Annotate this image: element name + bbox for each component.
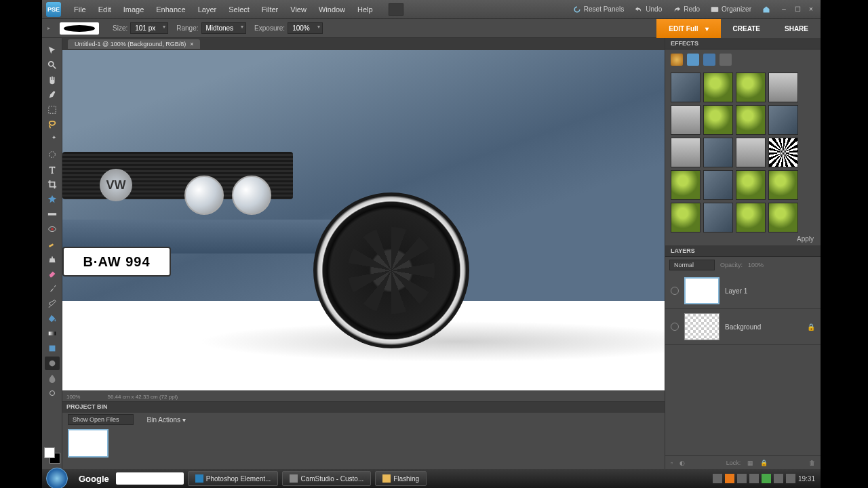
undo-button[interactable]: Undo — [629, 3, 667, 16]
search-input[interactable] — [116, 472, 184, 485]
layer-name[interactable]: Layer 1 — [725, 287, 815, 295]
menu-view[interactable]: View — [284, 3, 313, 16]
close-icon[interactable]: × — [806, 5, 816, 14]
layer-name[interactable]: Background — [725, 323, 802, 331]
taskbar-app[interactable]: CamStudio - Custo... — [282, 471, 371, 486]
effect-thumb[interactable] — [736, 105, 766, 135]
menu-edit[interactable]: Edit — [92, 3, 117, 16]
eraser-tool[interactable] — [45, 267, 60, 281]
menu-help[interactable]: Help — [351, 3, 379, 16]
adjustment-layer-icon[interactable]: ◐ — [679, 460, 685, 466]
smart-brush-tool[interactable] — [45, 297, 60, 310]
range-select[interactable]: Midtones — [201, 22, 247, 34]
lock-all-icon[interactable]: 🔒 — [760, 460, 768, 466]
home-icon[interactable] — [757, 3, 776, 16]
menu-select[interactable]: Select — [222, 3, 256, 16]
effect-thumb[interactable] — [736, 138, 766, 167]
minimize-icon[interactable]: – — [778, 5, 789, 14]
bin-thumbnail[interactable] — [68, 429, 108, 458]
redeye-tool[interactable] — [45, 222, 60, 236]
tray-icon[interactable] — [774, 474, 783, 483]
effect-thumb[interactable] — [768, 170, 798, 200]
cookie-cutter-tool[interactable] — [45, 192, 60, 206]
effect-thumb[interactable] — [736, 73, 766, 102]
reset-panels-button[interactable]: Reset Panels — [568, 3, 629, 16]
lock-transparent-icon[interactable]: ▦ — [747, 460, 753, 466]
tab-close-icon[interactable]: × — [190, 41, 193, 47]
taskbar-app[interactable]: Flashing — [375, 471, 427, 486]
hand-tool[interactable] — [45, 73, 60, 87]
arrange-docs-icon[interactable] — [389, 3, 403, 16]
tray-icon[interactable] — [786, 474, 795, 483]
move-tool[interactable] — [45, 43, 60, 57]
magic-wand-tool[interactable] — [45, 133, 60, 146]
tray-icon[interactable] — [762, 474, 771, 483]
foreground-color[interactable] — [44, 447, 55, 458]
layer-thumbnail[interactable] — [684, 313, 719, 340]
gradient-tool[interactable] — [45, 327, 60, 340]
bin-show-select[interactable]: Show Open Files — [68, 414, 134, 425]
clock[interactable]: 19:31 — [798, 475, 815, 483]
healing-brush-tool[interactable] — [45, 237, 60, 251]
visibility-toggle-icon[interactable] — [671, 287, 679, 295]
effect-thumb[interactable] — [671, 138, 701, 167]
quick-selection-tool[interactable] — [45, 148, 60, 161]
layer-thumbnail[interactable] — [684, 277, 719, 304]
brush-tool[interactable] — [45, 282, 60, 296]
zoom-tool[interactable] — [45, 58, 60, 72]
effect-thumb[interactable] — [736, 203, 766, 232]
menu-filter[interactable]: Filter — [256, 3, 284, 16]
layer-styles-category-icon[interactable] — [687, 54, 699, 66]
apply-button[interactable]: Apply — [665, 232, 821, 245]
tray-icon[interactable] — [725, 474, 734, 483]
marquee-tool[interactable] — [45, 103, 60, 117]
effect-thumb[interactable] — [671, 73, 701, 102]
tray-icon[interactable] — [713, 474, 722, 483]
tray-icon[interactable] — [737, 474, 747, 483]
layer-row[interactable]: Layer 1 — [665, 273, 821, 309]
effect-thumb[interactable] — [768, 203, 798, 232]
menu-layer[interactable]: Layer — [192, 3, 223, 16]
straighten-tool[interactable] — [45, 207, 60, 221]
effect-thumb[interactable] — [703, 170, 733, 200]
visibility-toggle-icon[interactable] — [671, 323, 679, 331]
eyedropper-tool[interactable] — [45, 88, 60, 102]
layer-row[interactable]: Background 🔒 — [665, 309, 821, 345]
menu-enhance[interactable]: Enhance — [150, 3, 191, 16]
maximize-icon[interactable]: ☐ — [792, 5, 803, 14]
blur-tool[interactable] — [45, 371, 60, 385]
share-button[interactable]: SHARE — [772, 19, 821, 38]
type-tool[interactable] — [45, 163, 60, 176]
detail-smart-brush-tool[interactable] — [45, 386, 60, 400]
all-category-icon[interactable] — [719, 54, 732, 66]
effect-thumb[interactable] — [703, 73, 733, 102]
effect-thumb[interactable] — [768, 105, 798, 135]
menu-file[interactable]: File — [68, 3, 92, 16]
effect-thumb[interactable] — [671, 203, 701, 232]
sponge-tool[interactable] — [45, 357, 60, 370]
effect-thumb[interactable] — [768, 73, 798, 102]
blend-mode-select[interactable]: Normal — [669, 260, 715, 270]
document-tab[interactable]: Untitled-1 @ 100% (Background, RGB/8) × — [68, 39, 200, 49]
filters-category-icon[interactable] — [671, 54, 683, 66]
photo-effects-category-icon[interactable] — [703, 54, 715, 66]
start-button[interactable] — [46, 468, 68, 488]
effect-thumb[interactable] — [671, 170, 701, 200]
shape-tool[interactable] — [45, 342, 60, 355]
create-button[interactable]: CREATE — [721, 19, 772, 38]
tool-preset-icon[interactable]: ▸ — [47, 25, 54, 32]
zoom-level[interactable]: 100% — [66, 394, 80, 400]
menu-window[interactable]: Window — [313, 3, 351, 16]
color-swatches[interactable] — [44, 447, 60, 464]
menu-image[interactable]: Image — [117, 3, 151, 16]
effect-thumb[interactable] — [703, 105, 733, 135]
effect-thumb[interactable] — [736, 170, 766, 200]
brush-preview[interactable] — [60, 22, 99, 35]
tray-icon[interactable] — [749, 474, 759, 483]
google-toolbar[interactable]: Google — [79, 474, 109, 484]
paint-bucket-tool[interactable] — [45, 312, 60, 325]
taskbar-app[interactable]: Photoshop Element... — [188, 471, 279, 486]
organizer-button[interactable]: Organizer — [705, 3, 757, 16]
effect-thumb[interactable] — [703, 203, 733, 232]
effect-thumb[interactable] — [703, 138, 733, 167]
